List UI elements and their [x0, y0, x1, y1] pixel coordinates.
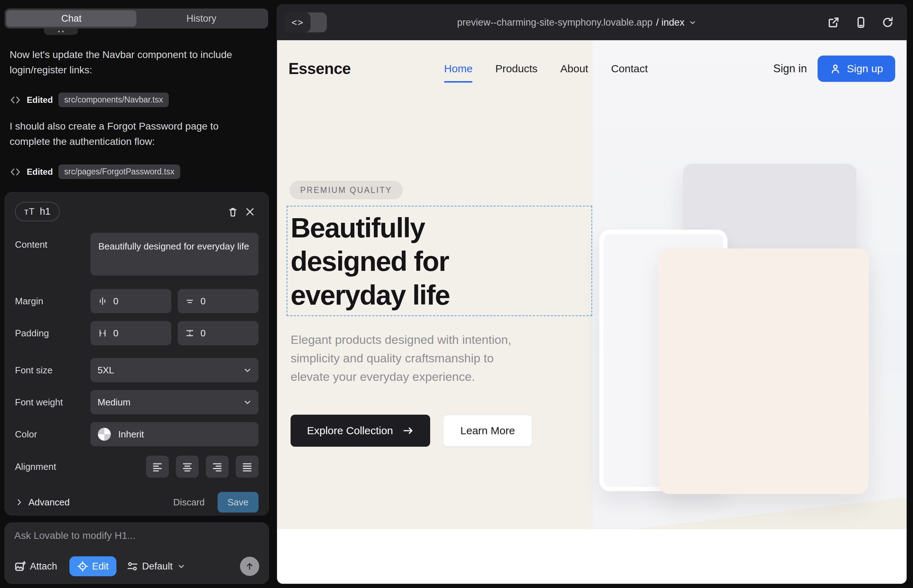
padding-x-value: 0	[113, 328, 118, 339]
margin-x-input[interactable]: 0	[91, 289, 171, 313]
tab-history[interactable]: History	[136, 10, 266, 27]
close-editor-button[interactable]	[241, 203, 259, 220]
save-button[interactable]: Save	[218, 492, 259, 512]
refresh-icon[interactable]	[882, 16, 894, 29]
code-view-toggle[interactable]: <>	[285, 13, 327, 32]
send-button[interactable]	[240, 557, 259, 576]
align-center-icon	[181, 461, 193, 472]
explore-collection-button[interactable]: Explore Collection	[291, 415, 430, 447]
font-size-row: Font size 5XL	[15, 358, 259, 382]
font-size-value: 5XL	[97, 365, 114, 376]
element-editor-panel: тT h1 Content Beautifully designed for e…	[5, 192, 269, 515]
heading-line: designed for	[291, 244, 450, 278]
advanced-label: Advanced	[29, 497, 70, 508]
composer-input[interactable]	[14, 530, 259, 541]
edited-file-row[interactable]: Edited src/components/Navbar.tsx	[10, 92, 169, 107]
font-size-select[interactable]: 5XL	[91, 358, 259, 382]
edited-file-row[interactable]: Edited src/pages/ForgotPassword.tsx	[10, 165, 180, 179]
chevron-down-icon	[243, 365, 252, 375]
url-domain: preview--charming-site-symphony.lovable.…	[457, 17, 653, 28]
paragraph-line: simplicity and quality craftsmanship to	[291, 349, 512, 367]
hero-cta-group: Explore Collection Learn More	[291, 415, 533, 447]
premium-quality-badge: PREMIUM QUALITY	[290, 181, 403, 199]
nav-link-products[interactable]: Products	[495, 63, 537, 75]
align-right-icon	[212, 461, 223, 472]
url-bar[interactable]: preview--charming-site-symphony.lovable.…	[327, 17, 827, 28]
preview-window: <> preview--charming-site-symphony.lovab…	[277, 5, 907, 584]
typography-icon: тT	[24, 206, 35, 217]
edited-label: Edited	[27, 95, 53, 105]
trash-icon	[228, 207, 238, 217]
mode-label: Default	[142, 561, 173, 572]
sign-up-label: Sign up	[847, 63, 883, 75]
user-icon	[830, 63, 841, 74]
padding-vertical-icon	[185, 328, 195, 338]
content-input[interactable]: Beautifully designed for everyday life	[91, 233, 259, 276]
color-select[interactable]: Inherit	[91, 422, 259, 446]
hero-heading[interactable]: Beautifully designed for everyday life	[291, 211, 450, 312]
url-path: / index	[656, 17, 685, 28]
attach-label: Attach	[30, 561, 57, 572]
color-swatch	[97, 428, 111, 441]
site-logo[interactable]: Essence	[288, 60, 351, 78]
margin-row: Margin 0 0	[15, 289, 259, 313]
sign-in-link[interactable]: Sign in	[773, 62, 807, 75]
code-icon	[10, 94, 21, 106]
margin-y-value: 0	[201, 296, 206, 307]
discard-button[interactable]: Discard	[173, 497, 205, 508]
site-navbar: Essence Home Products About Contact Sign…	[277, 40, 907, 97]
align-left-button[interactable]	[146, 456, 169, 478]
paragraph-line: Elegant products designed with intention…	[291, 330, 512, 349]
margin-y-input[interactable]: 0	[178, 289, 259, 313]
chat-composer: Attach Edit Default	[5, 522, 269, 584]
tab-chat[interactable]: Chat	[6, 10, 136, 27]
delete-element-button[interactable]	[224, 203, 241, 220]
nav-links: Home Products About Contact	[444, 63, 648, 75]
learn-more-button[interactable]: Learn More	[443, 415, 533, 447]
align-center-button[interactable]	[176, 456, 199, 478]
content-label: Content	[15, 233, 91, 250]
alignment-row: Alignment	[15, 456, 259, 478]
arrow-up-icon	[244, 561, 254, 571]
edit-mode-button[interactable]: Edit	[70, 556, 117, 576]
editor-footer: Advanced Discard Save	[15, 492, 259, 512]
padding-x-input[interactable]: 0	[91, 321, 171, 345]
align-right-button[interactable]	[206, 456, 228, 478]
color-label: Color	[15, 429, 91, 440]
hero-section: Essence Home Products About Contact Sign…	[277, 40, 907, 529]
margin-horizontal-icon	[97, 296, 108, 306]
file-chip[interactable]: src/components/Navbar.tsx	[58, 92, 168, 107]
chevron-down-icon	[688, 18, 697, 27]
padding-label: Padding	[15, 328, 91, 339]
mobile-view-icon[interactable]	[855, 16, 867, 29]
nav-link-home[interactable]: Home	[444, 63, 473, 75]
sliders-icon	[127, 561, 138, 572]
open-external-icon[interactable]	[827, 16, 840, 29]
sign-up-button[interactable]: Sign up	[817, 55, 895, 82]
advanced-expander[interactable]: Advanced	[15, 497, 70, 508]
attach-button[interactable]: Attach	[14, 561, 57, 572]
font-weight-value: Medium	[97, 397, 130, 408]
code-icon	[10, 166, 21, 178]
composer-toolbar: Attach Edit Default	[14, 556, 259, 576]
target-icon	[77, 561, 88, 572]
padding-row: Padding 0 0	[15, 321, 259, 345]
heading-line: everyday life	[291, 278, 450, 312]
align-left-icon	[152, 461, 163, 472]
arrow-right-icon	[402, 425, 414, 436]
mode-select[interactable]: Default	[127, 561, 186, 572]
font-size-label: Font size	[15, 365, 91, 376]
explore-collection-label: Explore Collection	[307, 425, 393, 437]
learn-more-label: Learn More	[460, 425, 515, 437]
chevron-down-icon	[177, 562, 186, 570]
decorative-card-cream	[659, 249, 869, 494]
align-justify-button[interactable]	[236, 456, 259, 478]
font-weight-select[interactable]: Medium	[91, 390, 259, 414]
padding-y-input[interactable]: 0	[178, 321, 259, 345]
font-weight-row: Font weight Medium	[15, 390, 259, 414]
decorative-wedge	[632, 497, 907, 529]
nav-link-contact[interactable]: Contact	[611, 63, 648, 75]
nav-link-about[interactable]: About	[560, 63, 588, 75]
color-row: Color Inherit	[15, 422, 259, 446]
file-chip[interactable]: src/pages/ForgotPassword.tsx	[58, 165, 180, 179]
